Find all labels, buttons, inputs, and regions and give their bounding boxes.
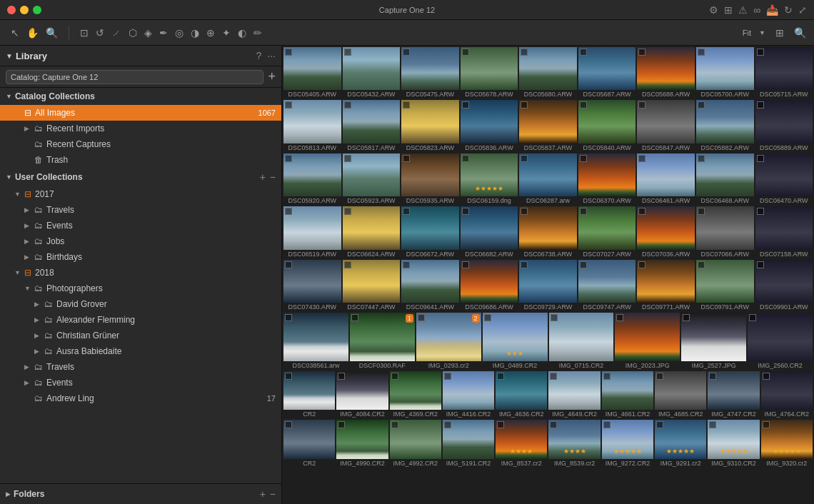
sidebar-item-ausra-babiedaite[interactable]: ▶ 🗂 Ausra Babiedaite bbox=[0, 343, 281, 359]
sidebar-item-recent-captures[interactable]: 🗂 Recent Captures bbox=[0, 136, 281, 152]
photo-cell[interactable]: CR2 bbox=[283, 371, 335, 418]
photo-select-checkbox[interactable] bbox=[444, 373, 451, 380]
photo-cell[interactable]: DSC09729.ARW bbox=[519, 260, 577, 311]
photo-select-checkbox[interactable] bbox=[351, 314, 358, 321]
photo-select-checkbox[interactable] bbox=[403, 155, 410, 162]
photo-select-checkbox[interactable] bbox=[484, 314, 491, 321]
photo-select-checkbox[interactable] bbox=[763, 421, 770, 428]
crop-tool-icon[interactable]: ⊡ bbox=[78, 26, 91, 40]
photo-cell[interactable]: DSC05889.ARW bbox=[755, 100, 813, 151]
infinity-icon[interactable]: ∞ bbox=[753, 4, 760, 16]
more-icon[interactable]: ··· bbox=[267, 50, 276, 61]
photo-select-checkbox[interactable] bbox=[638, 101, 645, 109]
photo-cell[interactable]: DSC05823.ARW bbox=[401, 100, 459, 151]
photo-cell[interactable]: DSC06287.arw bbox=[519, 153, 577, 205]
photo-cell[interactable]: DSC07158.ARW bbox=[755, 206, 813, 258]
photo-cell[interactable]: DSC07447.ARW bbox=[343, 260, 401, 311]
zoom-tool-icon[interactable]: 🔍 bbox=[44, 26, 60, 40]
cursor-tool-icon[interactable]: ↖ bbox=[9, 26, 21, 40]
sidebar-item-recent-imports[interactable]: ▶ 🗂 Recent Imports bbox=[0, 121, 281, 136]
photo-cell[interactable]: IMG_0715.CR2 bbox=[549, 313, 614, 370]
photo-select-checkbox[interactable] bbox=[603, 373, 610, 380]
photo-select-checkbox[interactable] bbox=[418, 314, 425, 321]
photo-cell[interactable]: ★★★★★IMG_9310.CR2 bbox=[708, 420, 759, 467]
photo-select-checkbox[interactable] bbox=[497, 421, 504, 428]
photo-cell[interactable]: DSC05405.ARW bbox=[283, 47, 341, 99]
photo-select-checkbox[interactable] bbox=[285, 155, 292, 162]
sidebar-item-andrew-ling[interactable]: 🗂 Andrew Ling 17 bbox=[0, 390, 281, 406]
photo-select-checkbox[interactable] bbox=[616, 314, 623, 321]
photo-cell[interactable]: CR2 bbox=[283, 420, 335, 467]
sidebar-item-events-2018[interactable]: ▶ 🗂 Events bbox=[0, 375, 281, 390]
sidebar-item-trash[interactable]: 🗑 Trash bbox=[0, 152, 281, 168]
photo-cell[interactable]: DSC05813.ARW bbox=[283, 100, 341, 151]
photo-cell[interactable]: IMG_4649.CR2 bbox=[548, 371, 600, 418]
photo-select-checkbox[interactable] bbox=[757, 49, 764, 56]
photo-cell[interactable]: DSC06738.ARW bbox=[519, 206, 577, 258]
mask-tool-icon[interactable]: ◑ bbox=[189, 26, 201, 40]
photo-select-checkbox[interactable] bbox=[763, 373, 770, 380]
photo-select-checkbox[interactable] bbox=[638, 49, 645, 56]
expand-icon[interactable]: ⤢ bbox=[798, 4, 807, 16]
photo-cell[interactable]: DSC07036.ARW bbox=[637, 206, 695, 258]
heal-tool-icon[interactable]: ✦ bbox=[220, 26, 233, 40]
photo-select-checkbox[interactable] bbox=[550, 421, 557, 428]
photo-cell[interactable]: DSC05935.ARW bbox=[401, 153, 459, 205]
photo-cell[interactable]: ★★★★IMG_8537.cr2 bbox=[496, 420, 547, 467]
photo-cell[interactable]: DSC06682.ARW bbox=[461, 206, 518, 258]
photo-select-checkbox[interactable] bbox=[403, 101, 410, 109]
photo-select-checkbox[interactable] bbox=[338, 373, 345, 380]
photo-cell[interactable]: DSC06672.ARW bbox=[401, 206, 459, 258]
sidebar-item-christian-gruner[interactable]: ▶ 🗂 Christian Grüner bbox=[0, 328, 281, 343]
layout-icon[interactable]: ⊞ bbox=[724, 4, 733, 16]
photo-select-checkbox[interactable] bbox=[683, 314, 690, 321]
photo-select-checkbox[interactable] bbox=[403, 261, 410, 268]
photo-cell[interactable]: IMG_4990.CR2 bbox=[336, 420, 388, 467]
photo-cell[interactable]: IMG_4416.CR2 bbox=[443, 371, 494, 418]
photo-select-checkbox[interactable] bbox=[638, 261, 645, 268]
adjust-tool-icon[interactable]: ◐ bbox=[236, 26, 248, 40]
photo-cell[interactable]: DSC05700.ARW bbox=[696, 47, 754, 99]
hand-tool-icon[interactable]: ✋ bbox=[24, 26, 41, 40]
user-collections-header[interactable]: ▼ User Collections + − bbox=[0, 168, 281, 186]
photo-select-checkbox[interactable] bbox=[580, 101, 587, 109]
photo-select-checkbox[interactable] bbox=[603, 421, 610, 428]
photo-cell[interactable]: DSC05920.ARW bbox=[283, 153, 341, 205]
photo-cell[interactable]: 2IMG_0293.cr2 bbox=[416, 313, 481, 370]
photo-cell[interactable]: ★★★★★IMG_9320.cr2 bbox=[761, 420, 813, 467]
photo-select-checkbox[interactable] bbox=[698, 208, 705, 215]
grid-view-icon[interactable]: ⊞ bbox=[773, 26, 786, 40]
rotate-tool-icon[interactable]: ↺ bbox=[94, 26, 106, 40]
photo-select-checkbox[interactable] bbox=[698, 101, 705, 109]
photo-cell[interactable]: DSC07430.ARW bbox=[283, 260, 341, 311]
photo-cell[interactable]: IMG_4764.CR2 bbox=[761, 371, 813, 418]
photo-cell[interactable]: IMG_4369.CR2 bbox=[390, 371, 441, 418]
photo-cell[interactable]: ★★★★★IMG_9291.cr2 bbox=[655, 420, 706, 467]
refresh-icon[interactable]: ↻ bbox=[784, 4, 793, 16]
photo-select-checkbox[interactable] bbox=[285, 208, 292, 215]
photo-select-checkbox[interactable] bbox=[285, 49, 292, 56]
overlay-tool-icon[interactable]: ◈ bbox=[142, 26, 154, 40]
photo-select-checkbox[interactable] bbox=[344, 101, 351, 109]
clone-tool-icon[interactable]: ⊕ bbox=[204, 26, 217, 40]
photo-select-checkbox[interactable] bbox=[344, 261, 351, 268]
photo-select-checkbox[interactable] bbox=[285, 314, 292, 321]
photo-select-checkbox[interactable] bbox=[656, 373, 663, 380]
photo-select-checkbox[interactable] bbox=[462, 101, 469, 109]
straighten-tool-icon[interactable]: ⟋ bbox=[109, 26, 124, 40]
photo-select-checkbox[interactable] bbox=[285, 373, 292, 380]
photo-select-checkbox[interactable] bbox=[550, 373, 557, 380]
search-icon[interactable]: 🔍 bbox=[792, 26, 808, 40]
sidebar-item-all-images[interactable]: ⊟ All Images 1067 bbox=[0, 105, 281, 121]
photo-select-checkbox[interactable] bbox=[709, 373, 716, 380]
photo-select-checkbox[interactable] bbox=[757, 155, 764, 162]
photo-cell[interactable]: DSC06624.ARW bbox=[343, 206, 401, 258]
photo-cell[interactable]: DSC05475.ARW bbox=[401, 47, 459, 99]
sidebar-item-events-2017[interactable]: ▶ 🗂 Events bbox=[0, 218, 281, 233]
photo-select-checkbox[interactable] bbox=[462, 49, 469, 56]
photo-cell[interactable]: DSC05680.ARW bbox=[519, 47, 577, 99]
photo-cell[interactable]: DSC06370.ARW bbox=[578, 153, 636, 205]
photo-cell[interactable]: IMG_4636.CR2 bbox=[496, 371, 547, 418]
photo-select-checkbox[interactable] bbox=[521, 208, 528, 215]
photo-select-checkbox[interactable] bbox=[709, 421, 716, 428]
